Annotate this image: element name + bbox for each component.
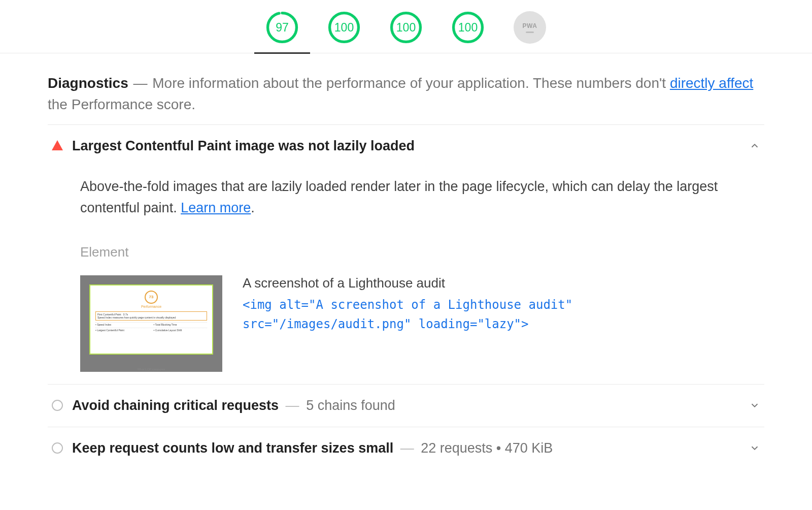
score-gauge-best-practices[interactable]: 100 (390, 11, 422, 44)
warning-triangle-icon (52, 140, 62, 150)
diagnostics-title: Diagnostics (48, 75, 128, 91)
audit-toggle[interactable]: Keep request counts low and transfer siz… (52, 439, 764, 457)
audit-description: Above-the-fold images that are lazily lo… (80, 176, 744, 219)
score-gauge-seo[interactable]: 100 (452, 11, 484, 44)
pwa-badge[interactable]: PWA (514, 11, 546, 44)
chevron-up-icon (749, 140, 760, 153)
audit-subtitle: 22 requests • 470 KiB (421, 440, 553, 456)
score-value: 100 (396, 21, 416, 35)
score-underline (254, 52, 310, 54)
audit-lcp-lazy-load: Largest Contentful Paint image was not l… (48, 124, 764, 384)
audit-toggle[interactable]: Avoid chaining critical requests — 5 cha… (52, 397, 764, 415)
directly-affect-link[interactable]: directly affect (670, 75, 753, 91)
element-section-label: Element (80, 244, 744, 260)
diagnostics-desc-post: the Performance score. (48, 97, 195, 112)
learn-more-link[interactable]: Learn more (181, 200, 251, 215)
diagnostics-desc-pre: More information about the performance o… (152, 75, 670, 91)
score-gauge-accessibility[interactable]: 100 (328, 11, 360, 44)
pwa-dash-icon (526, 31, 534, 33)
audit-title: Largest Contentful Paint image was not l… (72, 138, 415, 153)
pwa-label: PWA (523, 22, 537, 29)
audit-chaining-requests: Avoid chaining critical requests — 5 cha… (48, 384, 764, 427)
score-gauge-performance[interactable]: 97 (266, 11, 298, 44)
audit-request-counts: Keep request counts low and transfer siz… (48, 427, 764, 469)
element-caption: A screenshot of a Lighthouse audit (243, 275, 744, 291)
audit-list: Largest Contentful Paint image was not l… (48, 124, 764, 469)
thumb-gauge: 73 (145, 291, 158, 304)
audit-title: Keep request counts low and transfer siz… (72, 440, 393, 456)
chevron-down-icon (749, 442, 760, 456)
audit-toggle[interactable]: Largest Contentful Paint image was not l… (52, 137, 764, 155)
audit-title: Avoid chaining critical requests (72, 398, 279, 413)
thumb-perf-label: Performance (95, 305, 207, 308)
element-code: <img alt="A screenshot of a Lighthouse a… (243, 295, 744, 334)
thumb-footer: What LCP measures (137, 368, 165, 371)
dash: — (133, 75, 147, 91)
element-thumbnail[interactable]: 73 Performance First Contentful Paint 0.… (80, 275, 222, 372)
chevron-down-icon (749, 400, 760, 413)
diagnostics-header: Diagnostics — More information about the… (48, 73, 764, 115)
info-circle-icon (52, 442, 62, 453)
info-circle-icon (52, 400, 62, 410)
score-bar: 97 100 100 100 PWA (0, 0, 812, 53)
audit-subtitle: 5 chains found (306, 398, 395, 413)
score-value: 100 (334, 21, 354, 35)
score-value: 100 (458, 21, 478, 35)
diagnostics-section: Diagnostics — More information about the… (0, 53, 812, 469)
score-value: 97 (276, 21, 289, 35)
